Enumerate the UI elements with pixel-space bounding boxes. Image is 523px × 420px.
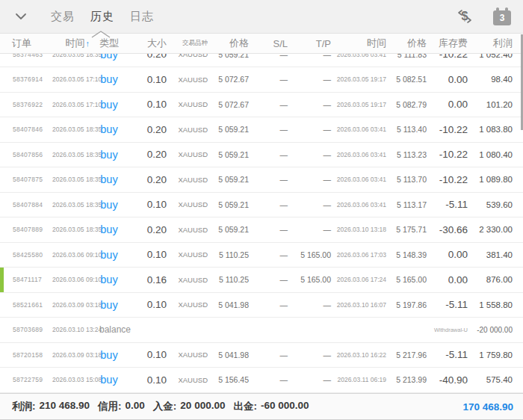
table-row[interactable]: 58703689 2026.03.10 13:24 balance Withdr…: [0, 318, 523, 343]
trade-symbol: XAUUSD: [168, 75, 209, 84]
table-row[interactable]: 58407884 2026.03.05 18:35 buy 0.10 XAUUS…: [0, 193, 523, 218]
close-price: 5 113.70: [388, 175, 428, 184]
profit-value: 1 052.40: [469, 54, 523, 59]
swap-value: 0.00: [428, 249, 469, 260]
calendar-badge: 3: [493, 10, 511, 25]
col-tp[interactable]: T/P: [289, 38, 332, 49]
take-profit: —: [289, 54, 332, 59]
table-row[interactable]: 58407856 2026.03.05 18:35 buy 0.20 XAUUS…: [0, 143, 523, 168]
take-profit: —: [289, 200, 332, 209]
close-time: 2026.03.06 03:41: [332, 151, 388, 158]
profit-value: 1 080.40: [469, 150, 523, 159]
table-row[interactable]: 58374463 2026.03.05 18:35 buy 0.20 XAUUS…: [0, 54, 523, 67]
col-sl[interactable]: S/L: [250, 38, 289, 49]
trade-symbol: XAUUSD: [168, 200, 209, 209]
open-time: 2026.03.06 09:10: [52, 276, 91, 283]
open-price: 5 059.21: [209, 125, 250, 134]
open-price: 5 059.21: [209, 200, 250, 209]
swap-value: 0.00: [428, 99, 469, 110]
order-id: 58720158: [0, 351, 52, 359]
close-time: 2026.03.06 03:41: [332, 176, 388, 183]
open-time: 2026.03.05 17:10: [52, 101, 91, 108]
trade-type: buy: [91, 73, 127, 85]
trade-size: 0.10: [127, 349, 168, 360]
col-open-price[interactable]: 价格: [209, 37, 250, 50]
trade-symbol: XAUUSD: [168, 376, 209, 384]
close-time: 2026.03.06 17:24: [332, 276, 388, 283]
profit-value: 876.00: [469, 275, 523, 284]
col-close-price[interactable]: 价格: [388, 37, 428, 50]
open-price: 5 059.21: [209, 175, 250, 184]
trade-type: balance: [91, 324, 127, 335]
open-price: 5 110.25: [209, 250, 250, 259]
trade-symbol: XAUUSD: [168, 250, 209, 259]
history-rows: 58374463 2026.03.05 18:35 buy 0.20 XAUUS…: [0, 54, 523, 393]
order-id: 58407889: [0, 226, 52, 233]
order-id: 58407856: [0, 151, 52, 158]
trade-type: buy: [91, 199, 127, 211]
table-row[interactable]: 58407889 2026.03.05 18:35 buy 0.20 XAUUS…: [0, 217, 523, 243]
withdrawal-note: Withdrawal-U: [428, 327, 469, 333]
open-price: 5 156.45: [209, 375, 250, 384]
table-row[interactable]: 58521661 2026.03.09 03:18 buy 0.10 XAUUS…: [0, 293, 523, 318]
col-profit[interactable]: 利润: [469, 37, 523, 50]
stop-loss: —: [250, 275, 289, 284]
trade-symbol: XAUUSD: [168, 226, 209, 234]
profit-value: 101.20: [469, 100, 523, 109]
col-order[interactable]: 订单: [0, 37, 52, 50]
trade-symbol: XAUUSD: [168, 100, 209, 108]
profit-value: 1 558.80: [469, 300, 523, 309]
calendar-filter-icon[interactable]: 3: [493, 7, 511, 25]
col-symbol[interactable]: 交易品种: [168, 39, 209, 48]
table-row[interactable]: 58720158 2026.03.09 03:18 buy 0.10 XAUUS…: [0, 343, 523, 368]
open-time: 2026.03.05 18:35: [52, 54, 91, 58]
close-price: 5 213.99: [388, 375, 428, 384]
order-id: 58407846: [0, 126, 52, 133]
stop-loss: —: [250, 300, 289, 309]
trade-type: buy: [91, 299, 127, 311]
tab-trade[interactable]: 交易: [51, 10, 75, 24]
table-row[interactable]: 58376922 2026.03.05 17:10 buy 0.10 XAUUS…: [0, 93, 523, 118]
trade-symbol: XAUUSD: [168, 150, 209, 158]
table-row[interactable]: 58376914 2026.03.05 17:10 buy 0.10 XAUUS…: [0, 67, 523, 93]
table-row[interactable]: 58471117 2026.03.06 09:10 buy 0.16 XAUUS…: [0, 268, 523, 293]
col-open-time[interactable]: 时间 ↑: [52, 37, 91, 50]
open-price: 5 059.21: [209, 225, 250, 234]
profit-value: 539.60: [469, 200, 523, 209]
trade-type: buy: [91, 173, 127, 185]
col-swap[interactable]: 库存费: [428, 37, 469, 50]
open-time: 2026.03.05 18:35: [52, 126, 91, 133]
swap-value: -5.11: [428, 199, 469, 210]
col-size[interactable]: 大小: [127, 37, 168, 50]
open-time: 2026.03.05 18:35: [52, 151, 91, 158]
table-header: 订单 时间 ↑ 类型 大小 交易品种 价格 S/L T/P 时间 价格 库存费 …: [0, 34, 523, 54]
stop-loss: —: [250, 125, 289, 134]
table-row[interactable]: 58407875 2026.03.05 18:35 buy 0.20 XAUUS…: [0, 167, 523, 193]
trade-type: buy: [91, 99, 127, 111]
table-row[interactable]: 58425580 2026.03.06 09:10 buy 0.10 XAUUS…: [0, 243, 523, 268]
chevron-down-icon[interactable]: [13, 9, 28, 24]
open-time: 2026.03.06 09:10: [52, 251, 91, 259]
table-row[interactable]: 58722759 2026.03.03 15:08 buy 0.10 XAUUS…: [0, 368, 523, 393]
col-close-time[interactable]: 时间: [332, 37, 388, 50]
swap-value: 0.00: [428, 74, 469, 85]
close-price: 5 111.83: [388, 54, 428, 59]
trade-type: buy: [91, 54, 127, 61]
stop-loss: —: [250, 175, 289, 184]
tab-history[interactable]: 历史: [90, 10, 114, 24]
take-profit: —: [289, 350, 332, 359]
sort-ascending-icon: ↑: [86, 40, 90, 48]
order-id: 58407875: [0, 176, 52, 183]
table-row[interactable]: 58407846 2026.03.05 18:35 buy 0.20 XAUUS…: [0, 117, 523, 143]
tab-journal[interactable]: 日志: [130, 10, 154, 24]
open-time: 2026.03.05 18:35: [52, 176, 91, 183]
trade-type: buy: [91, 274, 127, 285]
open-time: 2026.03.05 18:35: [52, 226, 91, 233]
trade-symbol: XAUUSD: [168, 350, 209, 359]
open-price: 5 041.98: [209, 300, 250, 309]
currency-transfer-icon[interactable]: $: [456, 7, 474, 25]
swap-value: -10.22: [428, 149, 469, 160]
col-open-time-label: 时间: [66, 37, 85, 50]
trade-symbol: XAUUSD: [168, 176, 209, 184]
profit-value: 2 330.00: [469, 225, 523, 234]
